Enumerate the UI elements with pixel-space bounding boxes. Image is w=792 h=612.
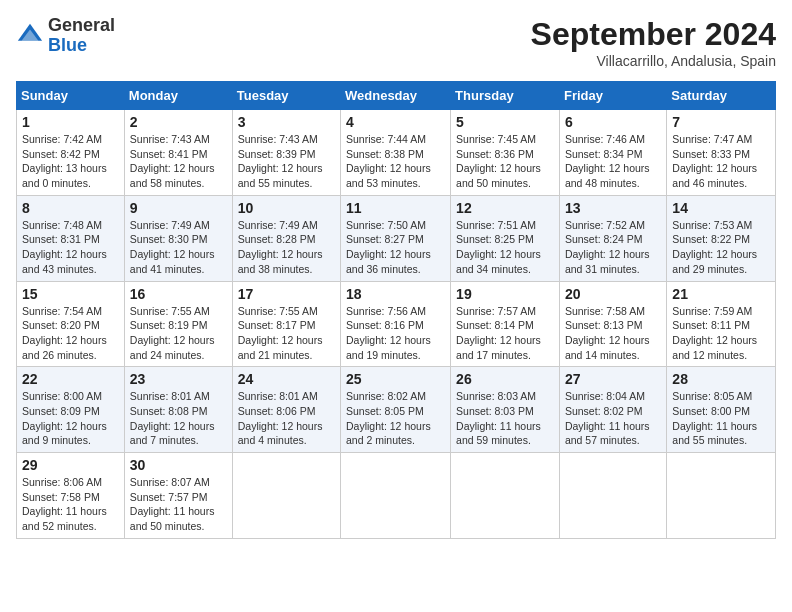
calendar-cell: 17Sunrise: 7:55 AM Sunset: 8:17 PM Dayli… (232, 281, 340, 367)
cell-content: Sunrise: 7:43 AM Sunset: 8:39 PM Dayligh… (238, 132, 335, 191)
calendar-cell: 19Sunrise: 7:57 AM Sunset: 8:14 PM Dayli… (451, 281, 560, 367)
day-number: 12 (456, 200, 554, 216)
calendar-cell: 12Sunrise: 7:51 AM Sunset: 8:25 PM Dayli… (451, 195, 560, 281)
calendar-cell: 4Sunrise: 7:44 AM Sunset: 8:38 PM Daylig… (341, 110, 451, 196)
day-header-sunday: Sunday (17, 82, 125, 110)
cell-content: Sunrise: 7:50 AM Sunset: 8:27 PM Dayligh… (346, 218, 445, 277)
calendar-cell: 9Sunrise: 7:49 AM Sunset: 8:30 PM Daylig… (124, 195, 232, 281)
logo-general: General (48, 15, 115, 35)
cell-content: Sunrise: 7:44 AM Sunset: 8:38 PM Dayligh… (346, 132, 445, 191)
logo-icon (16, 22, 44, 50)
calendar-cell: 21Sunrise: 7:59 AM Sunset: 8:11 PM Dayli… (667, 281, 776, 367)
cell-content: Sunrise: 7:59 AM Sunset: 8:11 PM Dayligh… (672, 304, 770, 363)
cell-content: Sunrise: 8:01 AM Sunset: 8:06 PM Dayligh… (238, 389, 335, 448)
calendar-cell: 14Sunrise: 7:53 AM Sunset: 8:22 PM Dayli… (667, 195, 776, 281)
calendar-cell (232, 453, 340, 539)
calendar-cell: 1Sunrise: 7:42 AM Sunset: 8:42 PM Daylig… (17, 110, 125, 196)
header: General Blue September 2024 Villacarrill… (16, 16, 776, 69)
calendar-cell: 10Sunrise: 7:49 AM Sunset: 8:28 PM Dayli… (232, 195, 340, 281)
calendar-cell: 6Sunrise: 7:46 AM Sunset: 8:34 PM Daylig… (559, 110, 666, 196)
cell-content: Sunrise: 7:58 AM Sunset: 8:13 PM Dayligh… (565, 304, 661, 363)
day-number: 21 (672, 286, 770, 302)
cell-content: Sunrise: 8:03 AM Sunset: 8:03 PM Dayligh… (456, 389, 554, 448)
day-number: 15 (22, 286, 119, 302)
day-number: 14 (672, 200, 770, 216)
calendar-cell: 28Sunrise: 8:05 AM Sunset: 8:00 PM Dayli… (667, 367, 776, 453)
calendar-cell (451, 453, 560, 539)
cell-content: Sunrise: 7:51 AM Sunset: 8:25 PM Dayligh… (456, 218, 554, 277)
calendar-cell: 16Sunrise: 7:55 AM Sunset: 8:19 PM Dayli… (124, 281, 232, 367)
day-number: 2 (130, 114, 227, 130)
cell-content: Sunrise: 7:57 AM Sunset: 8:14 PM Dayligh… (456, 304, 554, 363)
cell-content: Sunrise: 7:46 AM Sunset: 8:34 PM Dayligh… (565, 132, 661, 191)
day-number: 13 (565, 200, 661, 216)
calendar-cell: 23Sunrise: 8:01 AM Sunset: 8:08 PM Dayli… (124, 367, 232, 453)
day-number: 9 (130, 200, 227, 216)
cell-content: Sunrise: 7:45 AM Sunset: 8:36 PM Dayligh… (456, 132, 554, 191)
calendar-table: SundayMondayTuesdayWednesdayThursdayFrid… (16, 81, 776, 539)
day-number: 30 (130, 457, 227, 473)
title-area: September 2024 Villacarrillo, Andalusia,… (531, 16, 776, 69)
day-number: 4 (346, 114, 445, 130)
calendar-cell: 7Sunrise: 7:47 AM Sunset: 8:33 PM Daylig… (667, 110, 776, 196)
day-number: 23 (130, 371, 227, 387)
cell-content: Sunrise: 7:54 AM Sunset: 8:20 PM Dayligh… (22, 304, 119, 363)
calendar-cell (667, 453, 776, 539)
day-number: 18 (346, 286, 445, 302)
calendar-cell: 22Sunrise: 8:00 AM Sunset: 8:09 PM Dayli… (17, 367, 125, 453)
day-number: 17 (238, 286, 335, 302)
logo: General Blue (16, 16, 115, 56)
calendar-cell: 27Sunrise: 8:04 AM Sunset: 8:02 PM Dayli… (559, 367, 666, 453)
cell-content: Sunrise: 8:07 AM Sunset: 7:57 PM Dayligh… (130, 475, 227, 534)
cell-content: Sunrise: 8:05 AM Sunset: 8:00 PM Dayligh… (672, 389, 770, 448)
day-number: 8 (22, 200, 119, 216)
day-header-saturday: Saturday (667, 82, 776, 110)
cell-content: Sunrise: 7:55 AM Sunset: 8:17 PM Dayligh… (238, 304, 335, 363)
calendar-week-row: 15Sunrise: 7:54 AM Sunset: 8:20 PM Dayli… (17, 281, 776, 367)
calendar-week-row: 22Sunrise: 8:00 AM Sunset: 8:09 PM Dayli… (17, 367, 776, 453)
cell-content: Sunrise: 7:56 AM Sunset: 8:16 PM Dayligh… (346, 304, 445, 363)
calendar-cell: 13Sunrise: 7:52 AM Sunset: 8:24 PM Dayli… (559, 195, 666, 281)
calendar-cell: 24Sunrise: 8:01 AM Sunset: 8:06 PM Dayli… (232, 367, 340, 453)
calendar-cell: 30Sunrise: 8:07 AM Sunset: 7:57 PM Dayli… (124, 453, 232, 539)
day-number: 10 (238, 200, 335, 216)
day-header-thursday: Thursday (451, 82, 560, 110)
cell-content: Sunrise: 7:49 AM Sunset: 8:30 PM Dayligh… (130, 218, 227, 277)
calendar-cell: 8Sunrise: 7:48 AM Sunset: 8:31 PM Daylig… (17, 195, 125, 281)
calendar-cell: 26Sunrise: 8:03 AM Sunset: 8:03 PM Dayli… (451, 367, 560, 453)
day-number: 5 (456, 114, 554, 130)
calendar-header-row: SundayMondayTuesdayWednesdayThursdayFrid… (17, 82, 776, 110)
day-number: 6 (565, 114, 661, 130)
day-number: 29 (22, 457, 119, 473)
cell-content: Sunrise: 8:04 AM Sunset: 8:02 PM Dayligh… (565, 389, 661, 448)
logo-text: General Blue (48, 16, 115, 56)
day-header-tuesday: Tuesday (232, 82, 340, 110)
cell-content: Sunrise: 8:06 AM Sunset: 7:58 PM Dayligh… (22, 475, 119, 534)
day-number: 22 (22, 371, 119, 387)
calendar-cell: 3Sunrise: 7:43 AM Sunset: 8:39 PM Daylig… (232, 110, 340, 196)
day-number: 28 (672, 371, 770, 387)
calendar-cell: 2Sunrise: 7:43 AM Sunset: 8:41 PM Daylig… (124, 110, 232, 196)
calendar-week-row: 29Sunrise: 8:06 AM Sunset: 7:58 PM Dayli… (17, 453, 776, 539)
calendar-cell: 15Sunrise: 7:54 AM Sunset: 8:20 PM Dayli… (17, 281, 125, 367)
calendar-body: 1Sunrise: 7:42 AM Sunset: 8:42 PM Daylig… (17, 110, 776, 539)
day-number: 1 (22, 114, 119, 130)
day-number: 19 (456, 286, 554, 302)
day-number: 3 (238, 114, 335, 130)
calendar-week-row: 1Sunrise: 7:42 AM Sunset: 8:42 PM Daylig… (17, 110, 776, 196)
cell-content: Sunrise: 7:49 AM Sunset: 8:28 PM Dayligh… (238, 218, 335, 277)
cell-content: Sunrise: 7:55 AM Sunset: 8:19 PM Dayligh… (130, 304, 227, 363)
calendar-cell: 20Sunrise: 7:58 AM Sunset: 8:13 PM Dayli… (559, 281, 666, 367)
day-number: 20 (565, 286, 661, 302)
calendar-week-row: 8Sunrise: 7:48 AM Sunset: 8:31 PM Daylig… (17, 195, 776, 281)
calendar-cell (559, 453, 666, 539)
cell-content: Sunrise: 7:47 AM Sunset: 8:33 PM Dayligh… (672, 132, 770, 191)
day-number: 16 (130, 286, 227, 302)
calendar-cell (341, 453, 451, 539)
cell-content: Sunrise: 7:53 AM Sunset: 8:22 PM Dayligh… (672, 218, 770, 277)
calendar-cell: 29Sunrise: 8:06 AM Sunset: 7:58 PM Dayli… (17, 453, 125, 539)
day-number: 7 (672, 114, 770, 130)
logo-blue: Blue (48, 35, 87, 55)
cell-content: Sunrise: 7:43 AM Sunset: 8:41 PM Dayligh… (130, 132, 227, 191)
day-number: 24 (238, 371, 335, 387)
